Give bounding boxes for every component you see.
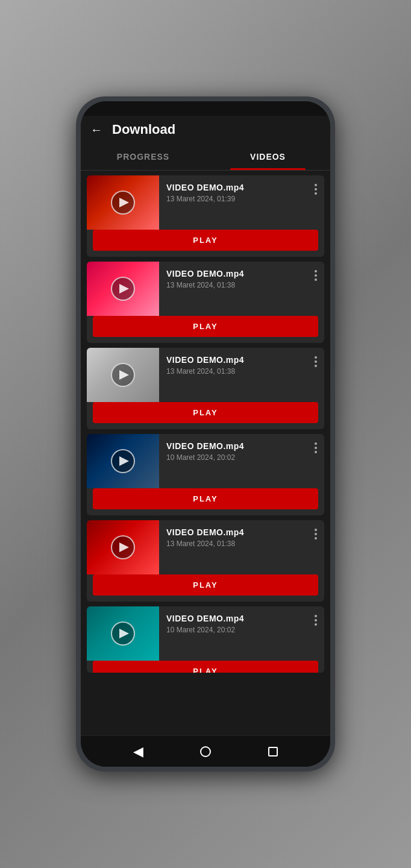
play-overlay (111, 363, 135, 387)
video-date: 13 Maret 2024, 01:38 (166, 367, 303, 376)
video-info: VIDEO DEMO.mp4 10 Maret 2024, 20:02 (159, 434, 307, 488)
video-date: 13 Maret 2024, 01:38 (166, 281, 303, 289)
navigation-bar: ◀ (81, 735, 330, 767)
video-name: VIDEO DEMO.mp4 (166, 614, 303, 623)
video-item-top: VIDEO DEMO.mp4 10 Maret 2024, 20:02 (87, 606, 324, 661)
more-options-button[interactable] (307, 262, 324, 316)
play-button[interactable]: PLAY (93, 488, 318, 509)
play-overlay (111, 277, 135, 301)
status-bar (81, 101, 330, 116)
play-triangle-icon (119, 542, 129, 552)
more-options-button[interactable] (307, 175, 324, 230)
video-info: VIDEO DEMO.mp4 13 Maret 2024, 01:39 (159, 175, 307, 230)
nav-home-button[interactable] (200, 746, 211, 757)
more-options-button[interactable] (307, 434, 324, 488)
play-triangle-icon (119, 629, 129, 638)
video-thumbnail (87, 262, 159, 316)
back-button[interactable]: ← (90, 124, 102, 136)
more-options-button[interactable] (307, 348, 324, 402)
video-info: VIDEO DEMO.mp4 10 Maret 2024, 20:02 (159, 606, 307, 661)
list-item: VIDEO DEMO.mp4 10 Maret 2024, 20:02 PLAY (87, 434, 324, 515)
more-options-button[interactable] (307, 520, 324, 574)
list-item: VIDEO DEMO.mp4 10 Maret 2024, 20:02 PLAY (87, 606, 324, 673)
video-info: VIDEO DEMO.mp4 13 Maret 2024, 01:38 (159, 348, 307, 402)
play-triangle-icon (119, 198, 129, 207)
play-button[interactable]: PLAY (93, 661, 318, 673)
three-dots-icon (315, 270, 317, 281)
video-date: 10 Maret 2024, 20:02 (166, 453, 303, 462)
play-button[interactable]: PLAY (93, 574, 318, 596)
video-name: VIDEO DEMO.mp4 (166, 269, 303, 278)
tabs-container: PROGRESS VIDEOS (81, 143, 330, 171)
play-overlay (111, 621, 135, 646)
phone-screen: ← Download PROGRESS VIDEOS VIDEO DEMO.m (81, 101, 330, 767)
video-date: 13 Maret 2024, 01:39 (166, 195, 303, 203)
video-date: 13 Maret 2024, 01:38 (166, 539, 303, 548)
video-info: VIDEO DEMO.mp4 13 Maret 2024, 01:38 (159, 262, 307, 316)
video-list: VIDEO DEMO.mp4 13 Maret 2024, 01:39 PLAY (81, 171, 330, 735)
page-title: Download (112, 122, 175, 137)
play-button[interactable]: PLAY (93, 230, 318, 251)
three-dots-icon (315, 529, 317, 539)
header: ← Download (81, 116, 330, 143)
nav-recents-button[interactable] (268, 747, 278, 756)
phone-frame: ← Download PROGRESS VIDEOS VIDEO DEMO.m (76, 96, 335, 772)
more-options-button[interactable] (307, 606, 324, 661)
video-name: VIDEO DEMO.mp4 (166, 441, 303, 451)
three-dots-icon (315, 184, 317, 195)
video-item-top: VIDEO DEMO.mp4 13 Maret 2024, 01:38 (87, 262, 324, 316)
play-triangle-icon (119, 370, 129, 380)
list-item: VIDEO DEMO.mp4 13 Maret 2024, 01:38 PLAY (87, 348, 324, 429)
video-thumbnail (87, 348, 159, 402)
three-dots-icon (315, 442, 317, 453)
play-overlay (111, 449, 135, 473)
three-dots-icon (315, 615, 317, 626)
video-name: VIDEO DEMO.mp4 (166, 527, 303, 537)
video-item-top: VIDEO DEMO.mp4 13 Maret 2024, 01:38 (87, 348, 324, 402)
tab-videos[interactable]: VIDEOS (206, 143, 330, 170)
video-thumbnail (87, 520, 159, 574)
play-button[interactable]: PLAY (93, 316, 318, 337)
play-overlay (111, 535, 135, 559)
three-dots-icon (315, 356, 317, 367)
video-info: VIDEO DEMO.mp4 13 Maret 2024, 01:38 (159, 520, 307, 574)
video-thumbnail (87, 606, 159, 661)
video-item-top: VIDEO DEMO.mp4 10 Maret 2024, 20:02 (87, 434, 324, 488)
play-triangle-icon (119, 284, 129, 294)
video-item-top: VIDEO DEMO.mp4 13 Maret 2024, 01:38 (87, 520, 324, 574)
play-overlay (111, 190, 135, 215)
video-name: VIDEO DEMO.mp4 (166, 355, 303, 365)
play-button[interactable]: PLAY (93, 402, 318, 423)
play-triangle-icon (119, 456, 129, 466)
video-item-top: VIDEO DEMO.mp4 13 Maret 2024, 01:39 (87, 175, 324, 230)
video-thumbnail (87, 175, 159, 230)
nav-back-button[interactable]: ◀ (133, 744, 143, 760)
tab-progress[interactable]: PROGRESS (81, 143, 206, 170)
video-thumbnail (87, 434, 159, 488)
video-name: VIDEO DEMO.mp4 (166, 183, 303, 192)
list-item: VIDEO DEMO.mp4 13 Maret 2024, 01:39 PLAY (87, 175, 324, 257)
list-item: VIDEO DEMO.mp4 13 Maret 2024, 01:38 PLAY (87, 262, 324, 343)
list-item: VIDEO DEMO.mp4 13 Maret 2024, 01:38 PLAY (87, 520, 324, 602)
video-date: 10 Maret 2024, 20:02 (166, 626, 303, 634)
